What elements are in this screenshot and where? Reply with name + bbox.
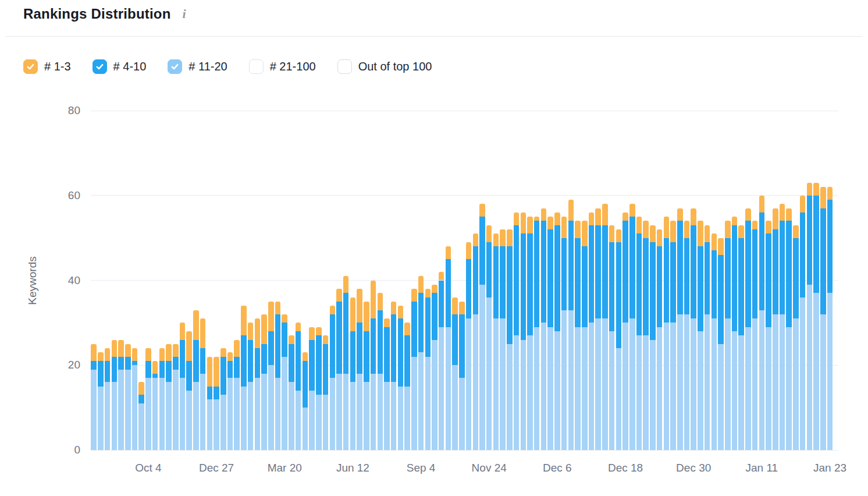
bar-group[interactable]	[486, 111, 492, 450]
bar-group[interactable]	[323, 111, 329, 450]
bar-group[interactable]	[378, 111, 383, 450]
bar-group[interactable]	[303, 111, 308, 450]
bar-group[interactable]	[820, 111, 826, 450]
bar-group[interactable]	[507, 111, 513, 450]
bar-group[interactable]	[159, 111, 165, 450]
bar-group[interactable]	[432, 111, 437, 450]
bar-group[interactable]	[241, 111, 247, 450]
bar-group[interactable]	[234, 111, 240, 450]
bar-group[interactable]	[282, 111, 287, 450]
bar-group[interactable]	[670, 111, 676, 450]
bar-group[interactable]	[173, 111, 179, 450]
bar-group[interactable]	[371, 111, 376, 450]
bar-group[interactable]	[725, 111, 731, 450]
bar-group[interactable]	[602, 111, 608, 450]
bar-group[interactable]	[296, 111, 301, 450]
bar-group[interactable]	[800, 111, 806, 450]
bar-group[interactable]	[309, 111, 315, 450]
bar-group[interactable]	[629, 111, 635, 450]
bar-group[interactable]	[207, 111, 213, 450]
bar-group[interactable]	[793, 111, 799, 450]
bar-group[interactable]	[698, 111, 703, 450]
bar-group[interactable]	[636, 111, 642, 450]
bar-group[interactable]	[364, 111, 369, 450]
bar-group[interactable]	[166, 111, 172, 450]
bar-group[interactable]	[473, 111, 479, 450]
bar-group[interactable]	[357, 111, 362, 450]
bar-group[interactable]	[180, 111, 186, 450]
bar-group[interactable]	[398, 111, 404, 450]
legend-item-1-3[interactable]: # 1-3	[23, 59, 71, 74]
bar-group[interactable]	[547, 111, 553, 450]
bar-group[interactable]	[132, 111, 138, 450]
bar-group[interactable]	[193, 111, 199, 450]
checkbox-unchecked-icon[interactable]	[249, 59, 264, 74]
bar-group[interactable]	[813, 111, 819, 450]
bar-group[interactable]	[118, 111, 124, 450]
bar-group[interactable]	[418, 111, 424, 450]
bar-group[interactable]	[91, 111, 97, 450]
bar-group[interactable]	[568, 111, 574, 450]
bar-group[interactable]	[404, 111, 410, 450]
bar-group[interactable]	[786, 111, 792, 450]
bar-group[interactable]	[138, 111, 144, 450]
bar-group[interactable]	[738, 111, 744, 450]
bar-group[interactable]	[479, 111, 485, 450]
bar-group[interactable]	[664, 111, 670, 450]
legend-item-21-100[interactable]: # 21-100	[249, 59, 316, 74]
bar-group[interactable]	[105, 111, 111, 450]
bar-group[interactable]	[125, 111, 131, 450]
bar-group[interactable]	[807, 111, 813, 450]
checkbox-checked-icon[interactable]	[23, 59, 38, 74]
bar-group[interactable]	[466, 111, 472, 450]
bar-group[interactable]	[712, 111, 717, 450]
bar-group[interactable]	[145, 111, 151, 450]
bar-group[interactable]	[200, 111, 206, 450]
bar-group[interactable]	[384, 111, 390, 450]
bar-group[interactable]	[684, 111, 690, 450]
bar-group[interactable]	[609, 111, 615, 450]
bar-group[interactable]	[350, 111, 356, 450]
bar-group[interactable]	[227, 111, 233, 450]
bar-group[interactable]	[446, 111, 451, 450]
legend-item-out-of-top-100[interactable]: Out of top 100	[337, 59, 432, 74]
bar-group[interactable]	[289, 111, 294, 450]
bar-group[interactable]	[575, 111, 581, 450]
bar-group[interactable]	[330, 111, 336, 450]
bar-group[interactable]	[336, 111, 342, 450]
bar-group[interactable]	[643, 111, 649, 450]
bar-group[interactable]	[275, 111, 281, 450]
bar-group[interactable]	[343, 111, 349, 450]
bar-group[interactable]	[705, 111, 710, 450]
legend-item-4-10[interactable]: # 4-10	[93, 59, 147, 74]
bar-group[interactable]	[98, 111, 104, 450]
bar-group[interactable]	[616, 111, 622, 450]
checkbox-checked-icon[interactable]	[93, 59, 107, 74]
bar-group[interactable]	[220, 111, 226, 450]
bar-group[interactable]	[439, 111, 444, 450]
bar-group[interactable]	[112, 111, 118, 450]
bar-group[interactable]	[411, 111, 417, 450]
bar-group[interactable]	[186, 111, 192, 450]
bar-group[interactable]	[827, 111, 833, 450]
legend-item-11-20[interactable]: # 11-20	[168, 59, 227, 74]
bar-group[interactable]	[582, 111, 588, 450]
info-icon[interactable]: i	[180, 6, 188, 22]
bar-group[interactable]	[759, 111, 765, 450]
bar-group[interactable]	[541, 111, 547, 450]
bar-group[interactable]	[214, 111, 219, 450]
bar-group[interactable]	[534, 111, 540, 450]
bar-group[interactable]	[773, 111, 778, 450]
bar-group[interactable]	[248, 111, 254, 450]
bar-group[interactable]	[261, 111, 267, 450]
bar-group[interactable]	[527, 111, 533, 450]
checkbox-checked-icon[interactable]	[168, 59, 182, 74]
bar-group[interactable]	[650, 111, 656, 450]
bar-group[interactable]	[255, 111, 261, 450]
bar-group[interactable]	[677, 111, 683, 450]
bar-group[interactable]	[554, 111, 560, 450]
bar-group[interactable]	[521, 111, 527, 450]
bar-group[interactable]	[622, 111, 628, 450]
bar-group[interactable]	[752, 111, 758, 450]
bar-group[interactable]	[691, 111, 696, 450]
